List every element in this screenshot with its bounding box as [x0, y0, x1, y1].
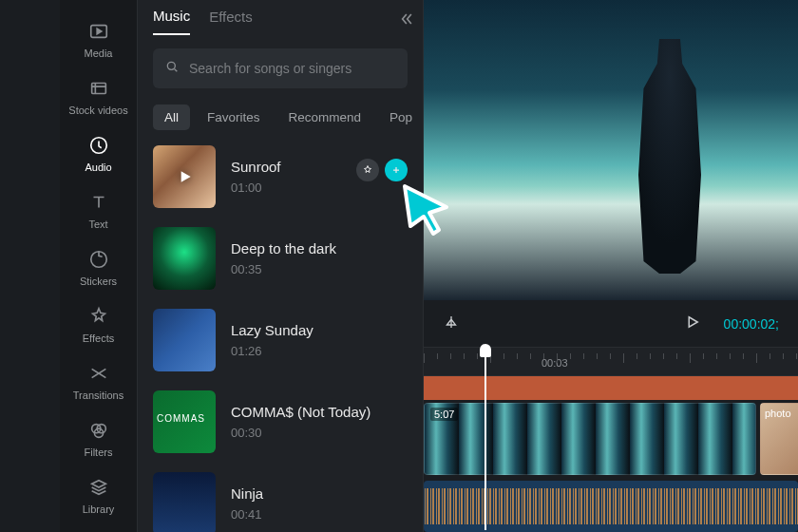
playhead[interactable]	[484, 350, 486, 530]
photo-clip[interactable]: photo	[760, 403, 798, 475]
preview-frame	[618, 27, 722, 274]
song-meta: Deep to the dark 00:35	[231, 240, 408, 276]
song-meta: COMMA$ (Not Today) 00:30	[231, 404, 408, 440]
nav-label: Audio	[85, 162, 111, 173]
song-duration: 00:41	[231, 507, 408, 522]
play-icon[interactable]	[684, 314, 701, 334]
nav-filters[interactable]: Filters	[66, 410, 132, 466]
audio-panel: Music Effects All Favorites Recommend Po…	[138, 0, 424, 532]
search-icon	[164, 59, 180, 78]
nav-label: Media	[85, 48, 113, 59]
nav-label: Stock videos	[68, 104, 127, 116]
song-thumbnail[interactable]	[153, 472, 216, 532]
timeline-tracks: 5:07 photo	[424, 376, 798, 532]
audio-icon	[88, 135, 109, 156]
song-title: Lazy Sunday	[231, 322, 408, 338]
song-row[interactable]: COMMA$ (Not Today) 00:30	[153, 390, 408, 453]
song-title: COMMA$ (Not Today)	[231, 404, 408, 420]
cursor-pointer-icon	[397, 179, 458, 239]
song-meta: Ninja 00:41	[231, 485, 408, 522]
nav-stock[interactable]: Stock videos	[66, 68, 132, 124]
chip-all[interactable]: All	[153, 104, 190, 130]
timecode: 00:00:02;	[724, 316, 779, 332]
tab-effects[interactable]: Effects	[209, 9, 253, 34]
song-thumbnail[interactable]	[153, 390, 216, 453]
waveform-icon	[424, 488, 798, 524]
chip-recommend[interactable]: Recommend	[277, 104, 373, 130]
nav-label: Effects	[83, 332, 114, 344]
video-clip[interactable]: 5:07	[424, 403, 756, 475]
svg-point-7	[167, 62, 175, 69]
song-thumbnail[interactable]	[153, 309, 216, 371]
timeline-controls: 00:00:02;	[424, 300, 798, 348]
chip-pop[interactable]: Pop	[378, 104, 424, 130]
song-duration: 01:00	[231, 180, 408, 195]
ruler-label: 00:03	[542, 357, 568, 369]
mirror-icon[interactable]	[443, 314, 460, 334]
song-duration: 01:26	[231, 344, 408, 358]
song-title: Ninja	[231, 485, 408, 502]
nav-label: Library	[83, 504, 115, 515]
nav-effects[interactable]: Effects	[66, 296, 132, 352]
left-nav-rail: Media Stock videos Audio Text Stickers E…	[60, 0, 138, 532]
clip-duration-label: 5:07	[430, 408, 458, 421]
tab-music[interactable]: Music	[153, 8, 190, 35]
nav-label: Text	[88, 218, 107, 230]
video-preview[interactable]	[424, 0, 798, 300]
nav-label: Stickers	[80, 276, 117, 287]
nav-audio[interactable]: Audio	[66, 125, 132, 180]
nav-label: Transitions	[73, 390, 124, 401]
song-row[interactable]: Deep to the dark 00:35	[153, 227, 408, 290]
song-thumbnail[interactable]	[153, 145, 216, 208]
collapse-panel-button[interactable]	[396, 10, 415, 28]
song-duration: 00:35	[231, 262, 408, 276]
nav-transitions[interactable]: Transitions	[66, 353, 132, 408]
effects-icon	[88, 306, 109, 327]
video-track[interactable]: 5:07 photo	[424, 403, 798, 475]
song-meta: Lazy Sunday 01:26	[231, 322, 408, 358]
svg-rect-1	[91, 84, 105, 94]
media-icon	[88, 21, 109, 42]
filters-icon	[88, 420, 109, 441]
song-list: Sunroof 01:00 Deep to the dark 00:35 Laz…	[138, 145, 423, 532]
nav-media[interactable]: Media	[66, 11, 132, 66]
stickers-icon	[88, 249, 109, 270]
category-chips: All Favorites Recommend Pop	[153, 104, 423, 130]
chip-favorites[interactable]: Favorites	[196, 104, 272, 130]
song-title: Deep to the dark	[231, 240, 408, 256]
audio-track[interactable]	[424, 481, 798, 532]
song-row[interactable]: Lazy Sunday 01:26	[153, 309, 408, 371]
nav-stickers[interactable]: Stickers	[66, 239, 132, 294]
clip-label: photo	[765, 408, 791, 419]
song-duration: 00:30	[231, 426, 408, 440]
transitions-icon	[88, 363, 109, 384]
song-thumbnail[interactable]	[153, 227, 216, 290]
search-bar[interactable]	[153, 48, 408, 88]
library-icon	[88, 477, 109, 498]
audio-clip[interactable]	[424, 481, 798, 532]
song-row[interactable]: Ninja 00:41	[153, 472, 408, 532]
panel-tabs: Music Effects	[138, 0, 423, 35]
stock-icon	[88, 78, 109, 99]
nav-label: Filters	[85, 446, 113, 458]
favorite-button[interactable]	[356, 159, 379, 181]
text-icon	[88, 192, 109, 213]
song-row[interactable]: Sunroof 01:00	[153, 145, 408, 208]
track-band-1[interactable]	[424, 376, 798, 400]
nav-text[interactable]: Text	[66, 182, 132, 238]
nav-library[interactable]: Library	[66, 467, 132, 522]
search-input[interactable]	[189, 61, 396, 76]
play-icon[interactable]	[153, 145, 216, 208]
